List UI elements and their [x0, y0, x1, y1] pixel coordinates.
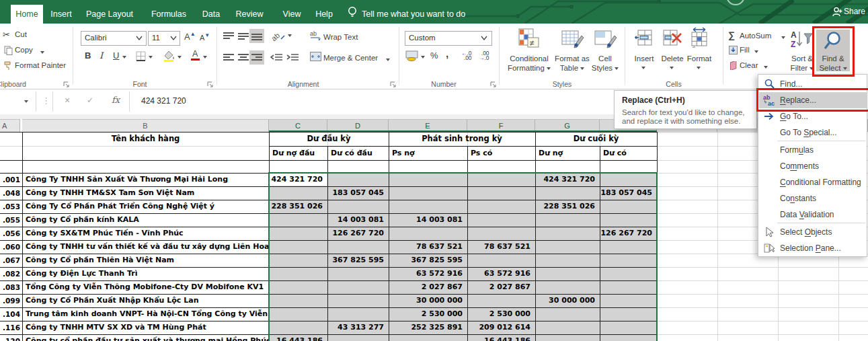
cell-code[interactable]: .055: [0, 213, 20, 227]
borders-icon[interactable]: [136, 51, 146, 61]
decrease-decimal-button[interactable]: .00→.0: [479, 51, 489, 61]
cell-name[interactable]: Trung tâm kinh doanh VNPT- Hà Nội-CN Tổn…: [26, 307, 268, 321]
cell-name[interactable]: Công ty Cổ Phần Xuất Nhập Khẩu Lộc Lan: [26, 294, 268, 307]
menu-item-select-objects[interactable]: Select Objects: [759, 224, 867, 240]
cell-value[interactable]: 2 027 867: [467, 280, 530, 294]
cell-value[interactable]: 183 057 045: [327, 186, 384, 200]
cell-name[interactable]: Công ty TNHH TM&SX Tam Sơn Việt Nam: [26, 186, 268, 200]
underline-button[interactable]: U: [113, 50, 119, 61]
accounting-format-icon[interactable]: [405, 50, 418, 61]
cell-value[interactable]: 252 325 891: [389, 321, 463, 334]
cell-value[interactable]: 126 267 720: [600, 227, 652, 240]
menu-item-comments[interactable]: Comments: [759, 158, 867, 174]
cut-button[interactable]: Cut: [15, 30, 27, 38]
share-button[interactable]: Share: [844, 0, 865, 24]
align-left-icon[interactable]: [223, 54, 234, 62]
cell-code[interactable]: .104: [0, 307, 20, 321]
cell-value[interactable]: 43 313 277: [327, 321, 384, 334]
column-header-B[interactable]: B: [22, 119, 269, 132]
conditional-formatting-button-line2[interactable]: Formatting: [506, 64, 553, 72]
accounting-format-dropdown[interactable]: [421, 56, 425, 59]
clipboard-dialog-launcher[interactable]: [63, 81, 70, 88]
bold-button[interactable]: B: [85, 50, 91, 61]
cell-code[interactable]: .116: [0, 321, 20, 334]
fill-dropdown[interactable]: [754, 50, 758, 53]
insert-function-icon[interactable]: fx: [112, 95, 120, 105]
cell-name[interactable]: Công ty TNHH tư vấn thiết kế và đầu tư x…: [26, 240, 268, 254]
cell-value[interactable]: 126 267 720: [327, 227, 384, 240]
cell-value[interactable]: 30 000 000: [535, 294, 595, 307]
delete-dropdown[interactable]: [670, 67, 674, 69]
tab-view[interactable]: View: [276, 5, 308, 24]
cell-value[interactable]: 2 530 000: [389, 307, 463, 321]
cell-name[interactable]: Công ty Cổ phần kính KALA: [26, 213, 268, 227]
italic-button[interactable]: I: [100, 50, 103, 61]
font-name-select[interactable]: Calibri: [81, 31, 147, 46]
cell-value[interactable]: 424 321 720: [535, 173, 595, 186]
format-button[interactable]: Format: [683, 54, 715, 63]
cell-code[interactable]: .053: [0, 200, 20, 213]
copy-button[interactable]: Copy: [15, 46, 33, 54]
conditional-formatting-button[interactable]: Conditional: [506, 54, 553, 63]
merge-center-button[interactable]: Merge & Center: [323, 54, 378, 62]
insert-dropdown[interactable]: [641, 67, 645, 69]
cell-name[interactable]: Công ty SX&TM Phúc Tiến - Vĩnh Phúc: [26, 227, 268, 240]
cell-value[interactable]: 14 003 081: [327, 213, 384, 227]
tab-page-layout[interactable]: Page Layout: [79, 5, 140, 24]
cell-name[interactable]: Tổng Công ty Viễn Thông Mobifone-Cty DV …: [26, 280, 268, 294]
menu-item-conditional-formatting[interactable]: Conditional Formatting: [759, 174, 867, 190]
decrease-font-icon[interactable]: A▼: [200, 32, 210, 42]
clear-button[interactable]: Clear: [740, 61, 758, 69]
menu-item-formulas[interactable]: Formulas: [759, 142, 867, 158]
borders-dropdown[interactable]: [149, 56, 153, 59]
cell-value[interactable]: 78 637 521: [467, 240, 530, 254]
menu-item-data-validation[interactable]: Data Validation: [759, 206, 867, 223]
menu-item-constants[interactable]: Constants: [759, 190, 867, 206]
align-center-icon[interactable]: [238, 54, 249, 62]
orientation-icon[interactable]: ab: [272, 30, 285, 41]
increase-decimal-button[interactable]: ←.0.00: [461, 51, 472, 61]
cell-code[interactable]: .056: [0, 227, 20, 240]
cell-code[interactable]: .048: [0, 186, 20, 200]
increase-font-icon[interactable]: A▲: [184, 31, 196, 42]
orientation-dropdown[interactable]: [288, 34, 292, 37]
cell-name[interactable]: Công Ty Cổ Phần Phát Triển Công Nghệ Việ…: [26, 200, 268, 213]
copy-dropdown[interactable]: [40, 51, 44, 54]
cell-styles-button[interactable]: Cell: [586, 54, 624, 63]
merge-center-dropdown[interactable]: [386, 59, 390, 61]
cell-value[interactable]: 78 637 521: [389, 240, 463, 254]
align-middle-icon[interactable]: [238, 32, 249, 40]
cell-value[interactable]: 63 572 916: [467, 267, 530, 280]
tab-insert[interactable]: Insert: [44, 5, 78, 24]
cell-value[interactable]: 2 027 867: [389, 280, 463, 294]
cell-value[interactable]: 16 443 186: [269, 334, 323, 341]
cell-value[interactable]: 183 057 045: [600, 186, 652, 200]
formula-bar-handle[interactable]: ⋮: [42, 96, 50, 106]
cell-name[interactable]: Công ty Cổ phần Thiên Hà Việt Nam: [26, 254, 268, 267]
fill-color-icon[interactable]: [163, 50, 175, 62]
number-dialog-launcher[interactable]: [490, 81, 497, 88]
cell-code[interactable]: .120: [0, 334, 20, 341]
increase-indent-icon[interactable]: [286, 54, 299, 62]
autosum-button[interactable]: AutoSum: [740, 32, 771, 40]
cell-value[interactable]: 424 321 720: [269, 173, 323, 186]
underline-dropdown[interactable]: [122, 56, 126, 59]
tellme-box[interactable]: Tell me what you want to do: [362, 5, 489, 24]
wrap-text-button[interactable]: Wrap Text: [323, 33, 358, 41]
alignment-dialog-launcher[interactable]: [390, 81, 397, 88]
tab-formulas[interactable]: Formulas: [144, 5, 194, 24]
font-color-dropdown[interactable]: [203, 56, 207, 59]
cell-code[interactable]: .083: [0, 280, 20, 294]
tab-data[interactable]: Data: [196, 5, 226, 24]
column-header-A[interactable]: A: [0, 119, 20, 132]
cell-value[interactable]: 63 572 916: [389, 267, 463, 280]
menu-item-selection-pane[interactable]: Selection Pane...: [759, 240, 867, 256]
fill-button[interactable]: Fill: [740, 46, 750, 54]
cell-value[interactable]: 228 351 026: [269, 200, 323, 213]
insert-button[interactable]: Insert: [628, 54, 660, 63]
cell-code[interactable]: .067: [0, 254, 20, 267]
cell-styles-button-line2[interactable]: Styles: [586, 64, 624, 72]
decrease-indent-icon[interactable]: [270, 54, 282, 62]
cell-value[interactable]: 30 000 000: [389, 294, 463, 307]
cell-name[interactable]: Công Ty TNHH Sản Xuất Và Thương Mại Hải …: [26, 173, 268, 186]
